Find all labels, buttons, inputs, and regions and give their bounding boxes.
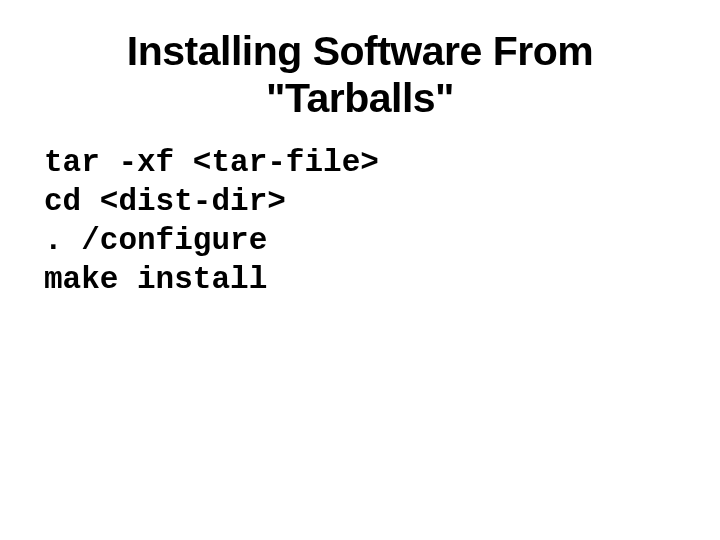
code-line-2: cd <dist-dir> (44, 184, 286, 219)
code-line-4: make install (44, 262, 267, 297)
code-line-3: . /configure (44, 223, 267, 258)
code-block: tar -xf <tar-file> cd <dist-dir> . /conf… (44, 144, 684, 299)
slide-title: Installing Software From "Tarballs" (36, 28, 684, 122)
slide: Installing Software From "Tarballs" tar … (0, 0, 720, 540)
code-line-1: tar -xf <tar-file> (44, 145, 379, 180)
